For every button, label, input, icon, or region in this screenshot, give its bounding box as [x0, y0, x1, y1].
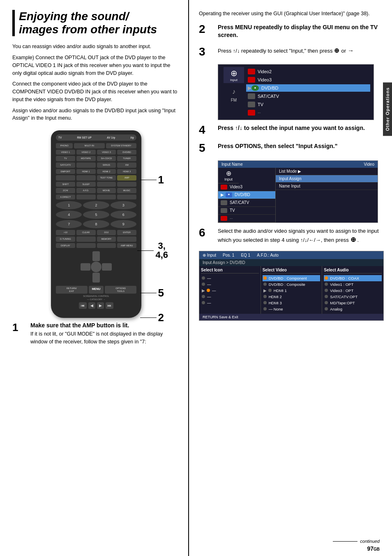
gui2-nameinput[interactable]: Name Input	[276, 183, 378, 190]
dpad-up[interactable]	[92, 251, 100, 261]
remote-btn-tv[interactable]: TV	[56, 156, 75, 161]
gui2-row-satcatv: SAT/CATV	[218, 199, 275, 207]
remote-btn-6[interactable]: 6	[111, 211, 136, 219]
gui2-row-dvdbd[interactable]: ▶ ● DVD/BD	[218, 191, 275, 199]
remote-btn-hdmi1[interactable]: HDMI 1	[76, 169, 96, 174]
remote-btn-tuner[interactable]: TUNER	[117, 156, 136, 161]
remote-btn-shift[interactable]: SHIFT	[56, 182, 75, 187]
gui3-adot-3	[325, 289, 328, 292]
gui3-icon-item2: —	[201, 281, 259, 287]
remote-btn-music[interactable]: MUSIC	[117, 188, 136, 193]
gui2-inputassign[interactable]: Input Assign	[276, 175, 378, 183]
remote-btn-amp[interactable]: AMP	[117, 175, 136, 181]
remote-btn-back[interactable]: ◀	[88, 302, 95, 309]
gui3-video-item1[interactable]: DVD/BD : Component	[263, 275, 321, 281]
remote-btn-1[interactable]: 1	[56, 201, 82, 209]
remote-btn-video2[interactable]: VIDEO 2	[76, 150, 96, 155]
remote-btn-enter[interactable]: ENTER	[117, 230, 136, 235]
remote-btn-memory[interactable]: MEMORY	[97, 236, 116, 242]
remote-btn-display[interactable]: DISPLAY	[56, 243, 75, 248]
remote-btn-return[interactable]: RETURN/EXIT	[56, 286, 88, 294]
remote-btn-phono[interactable]: PHONO	[56, 143, 73, 148]
dpad-right[interactable]	[102, 263, 112, 271]
remote-btn-2[interactable]: 2	[83, 201, 109, 209]
more-icon	[248, 110, 255, 116]
remote-btn-video3[interactable]: VIDEO 3	[97, 150, 116, 155]
remote-btn-video1[interactable]: VIDEO 1	[56, 150, 75, 155]
remote-btn-mdtape[interactable]: MD/TAPE	[76, 156, 96, 161]
remote-btn-empty11	[76, 243, 96, 248]
step4-section: 4 Press ↑/↓ to select the input name you…	[199, 124, 384, 136]
gui3-adot-5	[325, 301, 328, 304]
gui-music-icon: ♪	[232, 88, 235, 95]
gui3-dot-3	[207, 289, 210, 292]
remote-btn-dtuning[interactable]: D.TUNING	[56, 236, 75, 242]
remote-btn-sleep[interactable]: SLEEP	[76, 182, 96, 187]
gui3-adot-6	[325, 307, 328, 310]
gui3-footer: RETURN Save & Exit	[199, 314, 383, 320]
remote-btn-8[interactable]: 8	[83, 220, 109, 228]
remote-btn-movie[interactable]: MOVIE	[97, 188, 116, 193]
step2-text: Press MENU repeatedly to display the GUI…	[218, 23, 384, 39]
remote-btn-2ch[interactable]: 2CH/	[56, 188, 75, 193]
remote-btn-7[interactable]: 7	[56, 220, 82, 228]
gui2-row-video3: Video3	[218, 183, 275, 191]
gui-row-video3: Video3	[246, 76, 370, 83]
remote-btn-empty9	[76, 236, 96, 242]
remote-btn-gt10[interactable]: >10	[56, 230, 75, 235]
gui2-listmode[interactable]: List Mode ▶	[276, 168, 378, 175]
gui-input-screen: ⊕ Input ♪ FM Video2 Video3	[218, 64, 374, 120]
gui-full-assign-screen: ⊕ Input Pos. 1 EQ 1 A.F.D.: Auto Input A…	[199, 251, 384, 321]
remote-btn-menu[interactable]: MENU	[89, 286, 104, 294]
remote-btn-adirect[interactable]: A.DIRECT	[56, 195, 75, 200]
remote-btn-ampmenu[interactable]: AMP MENU	[117, 243, 136, 248]
satcatv-icon	[248, 93, 255, 99]
remote-btn-options[interactable]: OPTIONSTOOLS	[105, 286, 136, 294]
remote-dpad[interactable]	[80, 250, 113, 283]
dpad-center[interactable]	[91, 262, 101, 272]
remote-btn-empty6	[76, 195, 96, 200]
intro-p3: Connect the component video jack of the …	[12, 80, 180, 103]
step3-num: 3,	[158, 241, 166, 250]
remote-btn-9[interactable]: 9	[111, 220, 136, 228]
remote-numpad: 1 2 3 4 5 6 7 8 9	[56, 201, 136, 228]
remote-btn-sirius[interactable]: SIRIUS	[97, 162, 116, 168]
remote-btn-testtone[interactable]: TEST TONE	[97, 175, 116, 181]
remote-btn-empty2	[56, 175, 75, 181]
remote-btn-prev[interactable]: ⏮	[79, 302, 87, 309]
gui2-right-panel: List Mode ▶ Input Assign Name Input	[276, 168, 378, 222]
gui-row-dvdbd[interactable]: ▶ ● DVD/BD	[246, 84, 370, 92]
remote-btn-next[interactable]: ⏭	[106, 302, 113, 309]
gui3-audio-item6: Analog	[324, 306, 382, 312]
intro-p2: Example) Connect the OPTICAL OUT jack of…	[12, 54, 180, 77]
remote-btn-multiin[interactable]: MULTI IN	[74, 143, 104, 148]
remote-btn-fwd[interactable]: ▶	[97, 302, 104, 309]
remote-btn-010[interactable]: 0/10	[97, 230, 116, 235]
remote-btn-empty5	[117, 182, 136, 187]
remote-illustration: TVRM SET UPAV 1/φI/ψ PHONO MULTI IN SYST…	[12, 130, 180, 318]
page-number: 97GB	[333, 545, 380, 552]
step6-number: 6	[199, 227, 214, 239]
remote-btn-satcatv[interactable]: SAT/CATV	[56, 162, 75, 168]
gui2-video3-icon	[221, 185, 227, 190]
remote-btn-xm[interactable]: XM	[117, 162, 136, 168]
remote-btn-3[interactable]: 3	[111, 201, 136, 209]
gui3-audio-item1[interactable]: DVD/BD : COAX	[324, 275, 382, 281]
remote-btn-4[interactable]: 4	[56, 211, 82, 219]
gui3-vdot-1	[263, 276, 267, 280]
remote-btn-dmport[interactable]: DMPORT	[56, 169, 75, 174]
gui3-adot-1	[325, 276, 328, 280]
remote-btn-dvdbd[interactable]: DVD/BD	[117, 150, 136, 155]
remote-btn-clear[interactable]: CLEAR	[76, 230, 96, 235]
remote-btn-hdmi2[interactable]: HDMI 2	[97, 169, 116, 174]
remote-control: TVRM SET UPAV 1/φI/ψ PHONO MULTI IN SYST…	[51, 130, 141, 318]
remote-btn-hdmi3[interactable]: HDMI 3	[117, 169, 136, 174]
gui3-icon-item1: —	[201, 275, 259, 281]
dpad-left[interactable]	[81, 263, 90, 271]
step2-number: 2	[199, 23, 214, 35]
dpad-down[interactable]	[92, 273, 100, 283]
remote-btn-afd[interactable]: A.F.D.	[76, 188, 96, 193]
remote-btn-sacd[interactable]: SA-CD/CD	[97, 156, 116, 161]
remote-btn-5[interactable]: 5	[83, 211, 109, 219]
remote-btn-sysstandby[interactable]: SYSTEM STANDBY	[106, 143, 136, 148]
